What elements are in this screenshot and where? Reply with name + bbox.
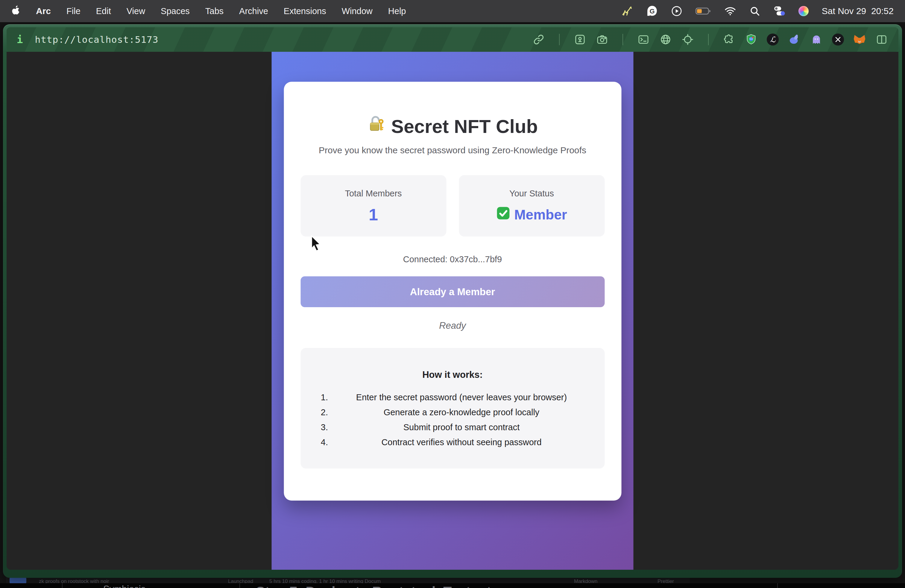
metamask-fox-icon[interactable] [853, 33, 866, 46]
page-title-text: Secret NFT Club [391, 116, 538, 137]
arc-browser-window: i http://localhost:5173 [3, 24, 902, 578]
extensions-puzzle-icon[interactable] [722, 33, 736, 46]
total-members-label: Total Members [345, 189, 402, 199]
browser-viewport: Secret NFT Club Prove you know the secre… [6, 52, 899, 570]
how-step-4: Contract verifies without seeing passwor… [330, 438, 592, 447]
background-doc-window: Symbiosis Step 7: Deploy to Rootstock Te… [0, 583, 905, 588]
screenshot-camera-icon[interactable] [595, 33, 609, 46]
menu-extensions[interactable]: Extensions [284, 6, 326, 16]
desktop-screen: Arc File Edit View Spaces Tabs Archive E… [0, 0, 905, 588]
menu-view[interactable]: View [127, 6, 145, 16]
menu-spaces[interactable]: Spaces [161, 6, 190, 16]
how-it-works-list: Enter the secret password (never leaves … [313, 393, 592, 447]
secret-nft-club-card: Secret NFT Club Prove you know the secre… [284, 82, 621, 501]
adguard-shield-icon[interactable] [745, 33, 758, 46]
scribe-icon[interactable]: ℒ [767, 33, 779, 46]
menu-app-name[interactable]: Arc [36, 6, 51, 16]
terminal-icon[interactable] [637, 33, 650, 46]
how-it-works-box: How it works: Enter the secret password … [300, 348, 605, 469]
menu-bar-clock[interactable]: Sat Nov 29 20:52 [822, 6, 894, 16]
vscode-activity-badge [10, 577, 26, 584]
x-app-icon[interactable] [832, 33, 844, 46]
globe-icon[interactable] [659, 33, 672, 46]
url-text[interactable]: http://localhost:5173 [35, 34, 158, 45]
your-status-label: Your Status [510, 189, 554, 199]
mouse-cursor [309, 235, 322, 255]
macos-menu-bar: Arc File Edit View Spaces Tabs Archive E… [0, 0, 905, 22]
url-bar[interactable]: i http://localhost:5173 [6, 27, 899, 52]
menu-help[interactable]: Help [388, 6, 406, 16]
doc-sidebar-item: Symbiosis [103, 584, 145, 588]
locked-with-key-icon [367, 115, 385, 137]
menu-archive[interactable]: Archive [239, 6, 268, 16]
how-step-3: Submit proof to smart contract [330, 423, 592, 432]
page-gradient-background: Secret NFT Club Prove you know the secre… [272, 52, 634, 570]
svg-text:G: G [649, 8, 654, 15]
target-icon[interactable] [681, 33, 694, 46]
wifi-icon[interactable] [724, 6, 736, 16]
stocks-sparkline-icon[interactable] [621, 6, 633, 16]
control-center-icon[interactable] [773, 5, 785, 17]
site-info-icon[interactable]: i [17, 33, 23, 46]
menu-file[interactable]: File [67, 6, 81, 16]
battery-icon[interactable] [695, 6, 711, 16]
menu-edit[interactable]: Edit [96, 6, 111, 16]
status-text: Ready [284, 320, 621, 331]
siri-icon[interactable] [799, 6, 809, 16]
connected-address: Connected: 0x37cb...7bf9 [284, 254, 621, 264]
spotlight-search-icon[interactable] [749, 6, 760, 16]
copy-link-icon[interactable] [532, 33, 545, 46]
stats-row: Total Members 1 Your Status Member [284, 175, 621, 237]
check-mark-button-icon [496, 206, 510, 223]
rabbit-icon[interactable] [788, 33, 801, 46]
how-it-works-heading: How it works: [313, 369, 592, 380]
boost-icon[interactable] [573, 33, 587, 46]
total-members-box: Total Members 1 [300, 175, 446, 237]
total-members-value: 1 [369, 206, 378, 223]
page-subtitle: Prove you know the secret password using… [284, 145, 621, 156]
page-title: Secret NFT Club [284, 115, 621, 137]
apple-logo-icon[interactable] [11, 5, 21, 17]
how-step-1: Enter the secret password (never leaves … [330, 393, 592, 402]
play-circle-icon[interactable] [671, 5, 682, 17]
grammarly-icon[interactable]: G [646, 5, 658, 17]
split-view-icon[interactable] [875, 33, 888, 46]
ghost-icon[interactable] [810, 33, 823, 46]
doc-heading: Step 7: Deploy to Rootstock Testnet [256, 583, 491, 588]
menu-window[interactable]: Window [342, 6, 373, 16]
already-member-button[interactable]: Already a Member [300, 277, 605, 307]
your-status-box: Your Status Member [459, 175, 605, 237]
how-step-2: Generate a zero-knowledge proof locally [330, 408, 592, 417]
menu-tabs[interactable]: Tabs [205, 6, 224, 16]
your-status-value: Member [514, 207, 567, 223]
